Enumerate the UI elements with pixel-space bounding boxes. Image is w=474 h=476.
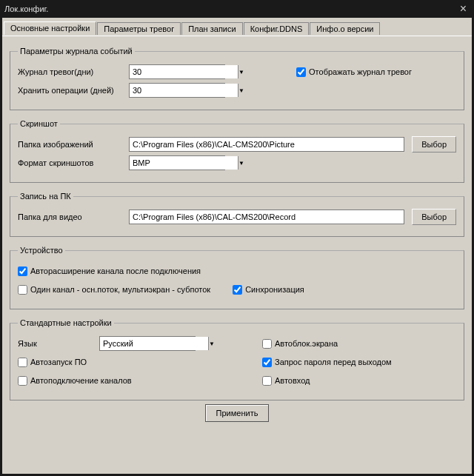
tab-ddns[interactable]: Конфиг.DDNS <box>244 22 310 35</box>
titlebar: Лок.конфиг. × <box>0 0 474 18</box>
autorun-label: Автозапуск ПО <box>30 358 87 366</box>
image-folder-input[interactable] <box>129 137 404 152</box>
alarm-days-input[interactable] <box>130 65 238 78</box>
autoexpand-checkbox[interactable]: Авторасширение канала после подключения <box>18 267 201 276</box>
group-standard-legend: Стандартные настройки <box>18 318 114 327</box>
autoconnect-checkbox[interactable]: Автоподключение каналов <box>18 376 262 386</box>
video-folder-choose-button[interactable]: Выбор <box>412 209 456 225</box>
language-label: Язык <box>18 339 99 348</box>
op-days-input[interactable] <box>130 84 238 97</box>
askpass-label: Запрос пароля перед выходом <box>275 358 392 366</box>
autoblock-label: Автоблок.экрана <box>275 339 338 348</box>
tab-record-plan[interactable]: План записи <box>181 22 242 35</box>
autoconnect-input[interactable] <box>18 376 27 386</box>
onechannel-label: Один канал - осн.поток, мультиэкран - су… <box>30 285 210 294</box>
chevron-down-icon[interactable]: ▼ <box>238 65 244 78</box>
autoexpand-label: Авторасширение канала после подключения <box>30 267 201 275</box>
tabstrip: Основные настройки Параметры тревог План… <box>2 18 472 34</box>
apply-button[interactable]: Применить <box>205 404 270 422</box>
group-device-legend: Устройство <box>18 246 65 255</box>
group-eventlog-legend: Параметры журнала событий <box>18 47 135 56</box>
show-alarm-log-checkbox[interactable]: Отображать журнал тревог <box>296 67 412 77</box>
group-eventlog: Параметры журнала событий Журнал тревог(… <box>10 47 464 110</box>
group-standard: Стандартные настройки Язык ▼ Автоблок.эк… <box>10 318 464 400</box>
language-input[interactable] <box>100 337 208 350</box>
autoblock-checkbox[interactable]: Автоблок.экрана <box>262 339 338 349</box>
autoconnect-label: Автоподключение каналов <box>30 376 132 385</box>
tab-version[interactable]: Инфо.о версии <box>310 22 380 35</box>
group-record-legend: Запись на ПК <box>18 192 73 201</box>
screenshot-format-input[interactable] <box>130 156 238 170</box>
onechannel-input[interactable] <box>18 285 27 295</box>
screenshot-format-label: Формат скриншотов <box>18 158 129 167</box>
tab-panel-basic: Параметры журнала событий Журнал тревог(… <box>2 36 472 474</box>
autologin-input[interactable] <box>262 376 272 386</box>
video-folder-input[interactable] <box>129 209 404 224</box>
alarm-days-combo[interactable]: ▼ <box>129 64 225 79</box>
askpass-input[interactable] <box>262 358 272 367</box>
autorun-input[interactable] <box>18 358 27 367</box>
group-screenshot: Скриншот Папка изображений Выбор Формат … <box>10 119 464 183</box>
language-combo[interactable]: ▼ <box>99 336 196 351</box>
tab-basic[interactable]: Основные настройки <box>4 21 96 35</box>
autologin-checkbox[interactable]: Автовход <box>262 376 310 386</box>
window: Лок.конфиг. × Основные настройки Парамет… <box>0 0 474 476</box>
group-device: Устройство Авторасширение канала после п… <box>10 246 464 309</box>
image-folder-choose-button[interactable]: Выбор <box>412 136 456 152</box>
autoblock-input[interactable] <box>262 339 272 349</box>
tab-alarm[interactable]: Параметры тревог <box>97 22 181 35</box>
show-alarm-log-input[interactable] <box>296 67 306 77</box>
askpass-checkbox[interactable]: Запрос пароля перед выходом <box>262 358 392 367</box>
sync-label: Синхронизация <box>245 285 304 294</box>
image-folder-label: Папка изображений <box>18 140 129 149</box>
chevron-down-icon[interactable]: ▼ <box>208 337 215 350</box>
autoexpand-input[interactable] <box>18 267 27 276</box>
group-screenshot-legend: Скриншот <box>18 119 60 128</box>
autorun-checkbox[interactable]: Автозапуск ПО <box>18 358 262 367</box>
sync-input[interactable] <box>233 285 242 295</box>
screenshot-format-combo[interactable]: ▼ <box>129 155 225 170</box>
client-area: Основные настройки Параметры тревог План… <box>2 18 472 474</box>
alarm-days-label: Журнал тревог(дни) <box>18 67 129 76</box>
sync-checkbox[interactable]: Синхронизация <box>233 285 304 295</box>
onechannel-checkbox[interactable]: Один канал - осн.поток, мультиэкран - су… <box>18 285 210 295</box>
video-folder-label: Папка для видео <box>18 212 129 221</box>
op-days-label: Хранить операции (дней) <box>18 86 129 95</box>
window-title: Лок.конфиг. <box>4 4 48 13</box>
chevron-down-icon[interactable]: ▼ <box>238 156 244 170</box>
group-record: Запись на ПК Папка для видео Выбор <box>10 192 464 237</box>
show-alarm-log-label: Отображать журнал тревог <box>309 67 412 76</box>
op-days-combo[interactable]: ▼ <box>129 83 225 98</box>
autologin-label: Автовход <box>275 376 310 385</box>
chevron-down-icon[interactable]: ▼ <box>238 84 244 97</box>
close-icon[interactable]: × <box>457 2 470 16</box>
